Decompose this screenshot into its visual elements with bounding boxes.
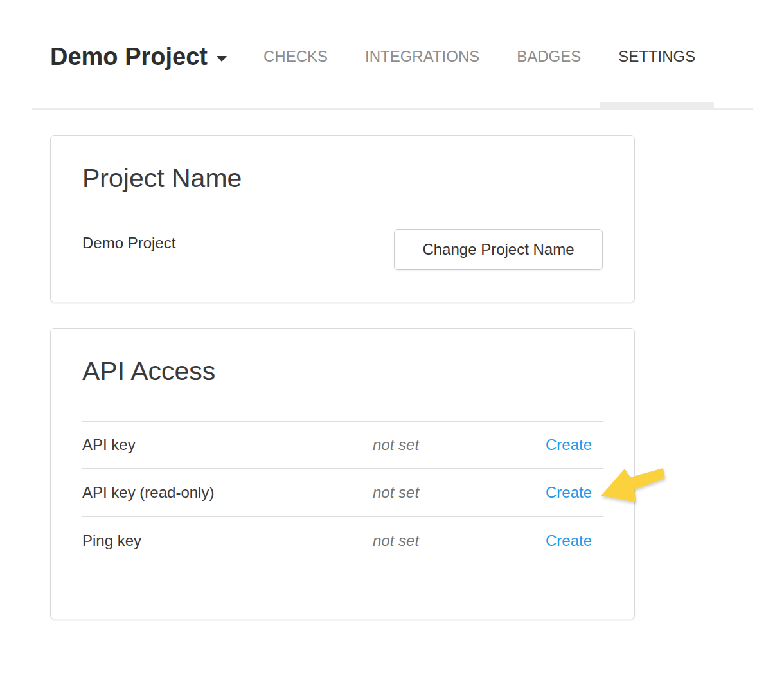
tab-badges[interactable]: BADGES (498, 0, 600, 109)
api-keys-table: API key not set Create API key (read-onl… (82, 421, 603, 565)
project-name-row: Demo Project Change Project Name (82, 229, 603, 270)
create-api-key-readonly-link[interactable]: Create (546, 484, 592, 501)
caret-down-icon (217, 56, 227, 62)
ping-key-value: not set (373, 532, 539, 550)
table-row-api-key: API key not set Create (82, 422, 603, 469)
change-project-name-button[interactable]: Change Project Name (394, 229, 603, 270)
api-access-card-title: API Access (82, 329, 603, 386)
tab-integrations[interactable]: INTEGRATIONS (346, 0, 498, 109)
ping-key-label: Ping key (82, 532, 373, 550)
api-key-readonly-value: not set (373, 484, 539, 502)
api-key-label: API key (82, 436, 373, 454)
project-name-card-title: Project Name (82, 136, 603, 194)
api-key-readonly-action-cell: Create (539, 484, 603, 502)
ping-key-action-cell: Create (539, 532, 603, 550)
project-switcher-dropdown[interactable]: Demo Project (50, 0, 227, 109)
api-key-value: not set (373, 436, 539, 454)
api-key-action-cell: Create (539, 436, 603, 454)
api-key-readonly-label: API key (read-only) (82, 484, 373, 502)
nav-divider (32, 108, 753, 110)
current-project-name: Demo Project (82, 229, 175, 252)
create-ping-key-link[interactable]: Create (546, 532, 592, 549)
tab-checks[interactable]: CHECKS (245, 0, 346, 109)
tab-settings[interactable]: SETTINGS (600, 0, 714, 109)
project-settings-page: Demo Project CHECKS INTEGRATIONS BADGES … (0, 0, 784, 681)
table-row-api-key-readonly: API key (read-only) not set Create (82, 469, 603, 517)
top-nav: Demo Project CHECKS INTEGRATIONS BADGES … (50, 0, 714, 109)
project-title: Demo Project (50, 43, 208, 71)
table-row-ping-key: Ping key not set Create (82, 517, 603, 565)
project-name-card: Project Name Demo Project Change Project… (50, 135, 635, 302)
api-access-card: API Access API key not set Create API ke… (50, 328, 635, 619)
create-api-key-link[interactable]: Create (546, 436, 592, 453)
nav-tabs: CHECKS INTEGRATIONS BADGES SETTINGS (245, 0, 714, 109)
